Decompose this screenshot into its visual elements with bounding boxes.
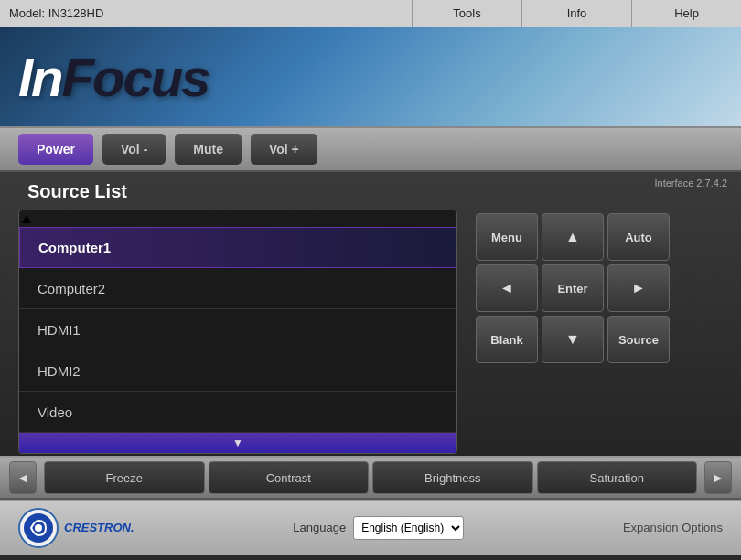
left-button[interactable]: ◄ [476, 264, 538, 312]
toolbar-items: Freeze Contrast Brightness Saturation [37, 461, 704, 494]
interface-version: Interface 2.7.4.2 [655, 178, 728, 188]
toolbar-brightness[interactable]: Brightness [372, 461, 533, 494]
scroll-right-icon: ► [712, 470, 725, 485]
svg-point-1 [35, 524, 42, 532]
vol-plus-button[interactable]: Vol + [251, 134, 317, 165]
footer: CRESTRON. Language English (English) Esp… [0, 500, 741, 555]
top-bar: Model: IN3128HD Tools Info Help [0, 0, 741, 27]
menu-tools[interactable]: Tools [412, 0, 521, 27]
source-list-title: Source List [27, 181, 723, 202]
down-arrow-icon: ▼ [565, 331, 580, 348]
source-scroll-down[interactable]: ▼ [19, 433, 456, 453]
toolbar-scroll-right[interactable]: ► [704, 461, 732, 494]
source-list-box: ▲ Computer1 Computer2 HDMI1 HDMI2 Video … [18, 210, 457, 454]
crestron-brand-text: CRESTRON. [64, 521, 134, 534]
source-item-hdmi2[interactable]: HDMI2 [19, 350, 456, 392]
vol-minus-button[interactable]: Vol - [102, 134, 166, 165]
down-button[interactable]: ▼ [542, 316, 604, 363]
blank-button[interactable]: Blank [476, 316, 538, 363]
source-scroll-up[interactable]: ▲ [19, 210, 456, 227]
crestron-emblem [22, 512, 55, 544]
scroll-down-arrow: ▼ [232, 436, 243, 449]
source-list-container: ▲ Computer1 Computer2 HDMI1 HDMI2 Video … [18, 210, 723, 454]
source-item-video[interactable]: Video [19, 392, 456, 433]
power-button[interactable]: Power [18, 134, 93, 165]
logo: InFocus [18, 47, 209, 108]
footer-middle: Language English (English) Español Franç… [134, 516, 623, 540]
menu-button[interactable]: Menu [476, 213, 538, 261]
model-label: Model: IN3128HD [0, 6, 412, 20]
auto-button[interactable]: Auto [607, 213, 670, 261]
bottom-toolbar: ◄ Freeze Contrast Brightness Saturation … [0, 456, 741, 500]
right-button[interactable]: ► [607, 264, 670, 312]
left-arrow-icon: ◄ [499, 280, 514, 296]
expansion-options-link[interactable]: Expansion Options [623, 521, 723, 534]
toolbar-saturation[interactable]: Saturation [537, 461, 698, 494]
scroll-left-icon: ◄ [16, 470, 29, 485]
source-button[interactable]: Source [607, 316, 670, 363]
logo-area: InFocus [0, 27, 741, 128]
menu-info[interactable]: Info [521, 0, 631, 27]
source-item-computer2[interactable]: Computer2 [19, 268, 456, 309]
toolbar-freeze[interactable]: Freeze [44, 461, 205, 494]
up-arrow-icon: ▲ [565, 229, 580, 245]
menu-help[interactable]: Help [631, 0, 741, 27]
scroll-up-arrow: ▲ [19, 210, 34, 226]
toolbar-scroll-left[interactable]: ◄ [9, 461, 37, 494]
enter-button[interactable]: Enter [542, 264, 604, 312]
up-button[interactable]: ▲ [542, 213, 604, 261]
mute-button[interactable]: Mute [175, 134, 242, 165]
source-item-hdmi1[interactable]: HDMI1 [19, 309, 456, 350]
control-bar: Power Vol - Mute Vol + [0, 128, 741, 172]
main-content: Interface 2.7.4.2 Source List ▲ Computer… [0, 172, 741, 456]
source-item-computer1[interactable]: Computer1 [19, 227, 456, 268]
right-arrow-icon: ► [631, 280, 646, 296]
language-label: Language [293, 521, 346, 534]
crestron-circle-logo [18, 508, 59, 548]
toolbar-contrast[interactable]: Contrast [209, 461, 370, 494]
crestron-logo: CRESTRON. [18, 508, 134, 548]
nav-buttons: Menu ▲ Auto ◄ Enter ► Blank ▼ Source [476, 213, 670, 454]
language-select[interactable]: English (English) Español Français Deuts… [353, 516, 464, 540]
